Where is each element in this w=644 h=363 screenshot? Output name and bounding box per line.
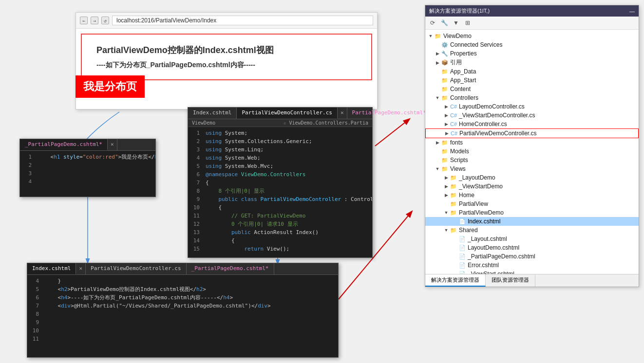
se-index-cshtml[interactable]: 📄 Index.cshtml: [425, 217, 639, 226]
se-connected-services[interactable]: ⚙️ Connected Services: [425, 40, 639, 49]
se-props-btn[interactable]: 🔧: [439, 18, 449, 28]
se-viewstart-demo[interactable]: ▶ 📁 _ViewStartDemo: [425, 182, 639, 191]
se-partial-view-demo[interactable]: ▼ 📁 PartialViewDemo: [425, 208, 639, 217]
code-area-bottom[interactable]: } <h2>PartialViewDemo控制器的Index.cshtml视图<…: [42, 275, 338, 344]
se-properties[interactable]: ▶ 🔧 Properties: [425, 49, 639, 58]
cs-icon-home: C#: [450, 120, 457, 128]
razor-icon-layoutdemo: 📄: [458, 244, 466, 252]
folder-icon-ld: 📁: [450, 174, 457, 182]
se-models-label: Models: [450, 148, 469, 155]
se-layout-ctrl[interactable]: ▶ C# LayoutDemoController.cs: [425, 102, 639, 111]
se-layoutdemo-cshtml[interactable]: 📄 LayoutDemo.cshtml: [425, 243, 639, 252]
se-title: 解决方案资源管理器(1IT,): [429, 7, 490, 15]
se-viewstart-ctrl[interactable]: ▶ C# _ViewStartDemoController.cs: [425, 111, 639, 120]
se-lc-label: LayoutDemoController.cs: [459, 103, 525, 110]
se-models-arrow: [434, 148, 441, 155]
tab-partial-page[interactable]: _PartialPageDemo.cshtml*: [20, 139, 108, 150]
se-fonts[interactable]: ▶ 📁 fonts: [425, 138, 639, 147]
se-views-label: Views: [450, 165, 466, 172]
folder-icon-pv: 📁: [450, 200, 457, 208]
se-vsd-label: _ViewStartDemo: [459, 183, 503, 190]
se-models[interactable]: 📁 Models: [425, 147, 639, 156]
se-content-arrow: [434, 86, 441, 92]
url-bar[interactable]: [112, 16, 373, 25]
editor-left-tabs: _PartialPageDemo.cshtml* ✕: [20, 139, 155, 151]
tab-partial-page-top[interactable]: PartialPageDemo.cshtml*: [347, 108, 432, 119]
se-hc-arrow: ▶: [443, 121, 450, 127]
back-button[interactable]: ←: [80, 17, 88, 24]
se-pvf-label: PartialView: [459, 200, 488, 207]
se-controllers[interactable]: ▼ 📁 Controllers: [425, 93, 639, 102]
tab-close-bottom[interactable]: ✕: [76, 263, 86, 274]
se-toolbar: ⟳ 🔧 ▼ ⊞: [425, 17, 639, 30]
se-vc-arrow: ▶: [443, 112, 450, 119]
editor-left-body: 12345 <h1 style="color:red">我是分布页</h1>: [20, 151, 155, 183]
se-error-arrow: [452, 262, 458, 269]
se-home-view[interactable]: ▶ 📁 Home: [425, 191, 639, 200]
se-app-data[interactable]: 📁 App_Data: [425, 67, 639, 76]
line-numbers-bottom: 45678 91011: [27, 275, 42, 344]
tab-close-top[interactable]: ✕: [338, 108, 347, 119]
se-ld-label: _LayoutDemo: [459, 174, 495, 181]
tab-close-left[interactable]: ✕: [108, 139, 117, 150]
se-scripts[interactable]: 📁 Scripts: [425, 156, 639, 164]
se-titlebar: 解决方案资源管理器(1IT,) —: [425, 5, 639, 17]
views-icon: 📁: [441, 165, 449, 173]
refresh-button[interactable]: ↺: [101, 17, 109, 24]
folder-icon-shared: 📁: [450, 226, 457, 234]
tab-partial-bottom[interactable]: _PartialPageDemo.cshtml*: [187, 263, 274, 274]
se-ic-label: Index.cshtml: [468, 218, 500, 225]
se-pvd-arrow: ▼: [443, 209, 450, 216]
se-hv-arrow: ▶: [443, 192, 450, 199]
tab-index-cshtml[interactable]: Index.cshtml: [188, 108, 237, 119]
se-views[interactable]: ▼ 📁 Views: [425, 164, 639, 173]
razor-icon-ppd: 📄: [458, 253, 466, 260]
content-icon: 📁: [441, 85, 449, 93]
editor-top-tabs: Index.cshtml PartialViewDemoController.c…: [188, 108, 372, 119]
code-area-left[interactable]: <h1 style="color:red">我是分布页</h1>: [35, 151, 155, 183]
se-home-ctrl[interactable]: ▶ C# HomeController.cs: [425, 120, 639, 128]
razor-icon-error: 📄: [458, 261, 466, 269]
se-preview-btn[interactable]: ⊞: [463, 18, 473, 28]
se-partial-view-folder[interactable]: 📁 PartialView: [425, 200, 639, 208]
se-layout-cshtml[interactable]: 📄 _Layout.cshtml: [425, 235, 639, 243]
se-pvf-arrow: [443, 200, 450, 207]
se-close-btn[interactable]: —: [629, 8, 635, 14]
solution-explorer: 解决方案资源管理器(1IT,) — ⟳ 🔧 ▼ ⊞ ▼ 📁 ViewDemo ⚙…: [425, 5, 639, 287]
se-filter-btn[interactable]: ▼: [451, 18, 461, 28]
properties-icon: 🔧: [441, 50, 449, 57]
se-team-tab[interactable]: 团队资源管理器: [486, 274, 535, 287]
cs-icon-viewstart: C#: [450, 111, 457, 119]
se-partialpage-cshtml[interactable]: 📄 _PartialPageDemo.cshtml: [425, 252, 639, 261]
se-solution-tab[interactable]: 解决方案资源管理器: [425, 274, 486, 287]
se-ref-label: 引用: [450, 58, 462, 67]
se-layout-demo[interactable]: ▶ 📁 _LayoutDemo: [425, 173, 639, 182]
se-root[interactable]: ▼ 📁 ViewDemo: [425, 32, 639, 40]
se-app-start[interactable]: 📁 App_Start: [425, 76, 639, 85]
browser-content: PartialViewDemo控制器的Index.cshtml视图 ----如下…: [81, 34, 372, 80]
code-area-top[interactable]: using System; using System.Collections.G…: [203, 127, 372, 252]
tab-controller[interactable]: PartialViewDemoController.cs: [237, 108, 337, 119]
tab-index-bottom[interactable]: Index.cshtml: [27, 263, 76, 274]
se-ref-arrow: ▶: [434, 59, 441, 66]
red-label: 我是分布页: [76, 75, 145, 98]
razor-icon-index: 📄: [458, 218, 466, 225]
appdata-icon: 📁: [441, 68, 449, 75]
se-content[interactable]: 📁 Content: [425, 85, 639, 93]
se-appstart-arrow: [434, 77, 441, 84]
se-sync-btn[interactable]: ⟳: [428, 18, 437, 28]
se-layout-arrow: [452, 236, 458, 242]
forward-button[interactable]: →: [91, 17, 98, 24]
se-shared[interactable]: ▼ 📁 Shared: [425, 226, 639, 235]
se-root-arrow: ▼: [427, 33, 434, 39]
se-scripts-label: Scripts: [450, 157, 468, 163]
cs-icon-layout: C#: [450, 103, 457, 110]
se-fonts-arrow: ▶: [434, 139, 441, 146]
se-prop-label: Properties: [450, 50, 477, 57]
se-references[interactable]: ▶ 📦 引用: [425, 58, 639, 67]
se-vc-label: _ViewStartDemoController.cs: [459, 112, 535, 119]
tab-controller-bottom[interactable]: PartialViewDemoController.cs: [86, 263, 186, 274]
se-error-cshtml[interactable]: 📄 Error.cshtml: [425, 261, 639, 270]
se-partial-ctrl[interactable]: ▶ C# PartialViewDemoController.cs: [425, 128, 639, 138]
page-title: PartialViewDemo控制器的Index.cshtml视图: [96, 44, 357, 56]
